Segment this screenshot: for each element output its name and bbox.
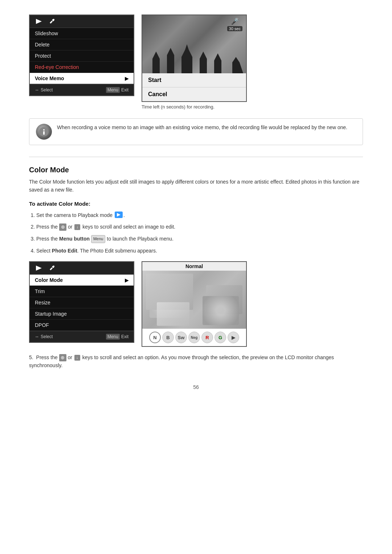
select-hint-2: ↔ Select [35, 334, 53, 340]
start-button[interactable]: Start [142, 73, 246, 87]
info-box: When recording a voice memo to an image … [29, 118, 363, 145]
menu-item-dpof[interactable]: DPOF [30, 320, 134, 331]
menu-items-list: Slideshow Delete Protect Red-eye Correct… [30, 28, 134, 84]
svg-point-2 [43, 129, 45, 131]
voice-memo-section: Slideshow Delete Protect Red-eye Correct… [29, 15, 363, 110]
svg-marker-4 [117, 213, 121, 217]
menu-item-startup-image[interactable]: Startup Image [30, 308, 134, 320]
color-mode-description: The Color Mode function lets you adjust … [29, 178, 363, 194]
steps-list: Set the camera to Playback mode . Press … [29, 211, 363, 255]
select-arrows-icon-2: ↔ [35, 334, 39, 339]
cancel-button[interactable]: Cancel [142, 87, 246, 101]
voice-memo-menu-panel: Slideshow Delete Protect Red-eye Correct… [29, 15, 134, 96]
page-number: 56 [29, 384, 363, 390]
info-icon [36, 124, 52, 140]
menu-button-label[interactable]: Menu [106, 87, 120, 93]
step-3: Press the Menu button Menu to launch the… [36, 235, 363, 243]
color-mode-menu-panel: Color Mode ▶ Trim Resize Startup Image D… [29, 261, 134, 343]
svg-rect-3 [43, 131, 45, 135]
menu-item-voice-memo[interactable]: Voice Memo ▶ [30, 73, 134, 84]
menu-item-color-mode[interactable]: Color Mode ▶ [30, 275, 134, 286]
color-mode-subsection-title: To activate Color Mode: [29, 201, 363, 207]
color-mode-panels: Color Mode ▶ Trim Resize Startup Image D… [29, 261, 363, 347]
camera-preview-image: 🎤 30 sec [142, 15, 246, 73]
submenu-arrow-icon: ▶ [125, 76, 128, 81]
color-mode-title: Color Mode [29, 166, 363, 174]
info-text: When recording a voice memo to an image … [57, 124, 347, 131]
exit-hint-2: Menu Exit [106, 334, 128, 340]
scroll-down-icon-2 [74, 355, 80, 361]
menu-footer-2: ↔ Select Menu Exit [30, 331, 134, 342]
play-icon [35, 18, 43, 25]
color-option-normal[interactable]: N [149, 332, 161, 343]
menu-button-badge: Menu [91, 235, 106, 243]
step-1: Set the camera to Playback mode . [36, 211, 363, 219]
color-option-red[interactable]: R [201, 332, 213, 343]
menu-footer: ↔ Select Menu Exit [30, 84, 134, 95]
play-icon-2 [35, 265, 43, 271]
scroll-down-icon [74, 224, 80, 230]
menu-panel-header [30, 15, 134, 28]
scroll-up-icon-2: ⊕ [59, 354, 66, 361]
camera-action-buttons: Start Cancel [142, 73, 246, 101]
menu-item-redeye[interactable]: Red-eye Correction [30, 62, 134, 73]
menu-item-protect[interactable]: Protect [30, 50, 134, 62]
svg-marker-5 [36, 266, 42, 271]
camera-caption: Time left (n seconds) for recording. [142, 104, 215, 110]
color-option-green[interactable]: G [215, 332, 226, 343]
section-divider [29, 157, 363, 157]
wrench-icon-2 [49, 265, 55, 271]
color-preview-panel: Normal N B Sw Neg R G ▶ [142, 261, 247, 347]
camera-preview-panel: 🎤 30 sec Start Cancel [142, 15, 247, 102]
microphone-icon: 🎤 [231, 17, 239, 25]
exit-hint: Menu Exit [106, 87, 128, 93]
menu-panel2-header [30, 262, 134, 275]
time-remaining-badge: 30 sec [227, 26, 242, 31]
scroll-up-icon: ⊕ [59, 223, 66, 231]
color-mode-arrow-icon: ▶ [125, 278, 128, 283]
menu-button-label-2[interactable]: Menu [106, 334, 120, 340]
wrench-icon [49, 18, 55, 25]
menu-item-trim[interactable]: Trim [30, 286, 134, 297]
svg-marker-0 [36, 19, 42, 24]
step-2: Press the ⊕ or keys to scroll and select… [36, 223, 363, 231]
step-4: Select Photo Edit. The Photo Edit submen… [36, 247, 363, 255]
color-mode-section: Color Mode The Color Mode function lets … [29, 166, 363, 370]
recording-info: 🎤 30 sec [227, 17, 242, 31]
color-option-bw[interactable]: B [162, 332, 174, 343]
playback-mode-icon [115, 212, 123, 218]
color-option-more[interactable]: ▶ [228, 332, 239, 343]
color-preview-image [142, 271, 246, 329]
color-mode-menu-items: Color Mode ▶ Trim Resize Startup Image D… [30, 275, 134, 331]
menu-item-resize[interactable]: Resize [30, 297, 134, 308]
color-mode-options-bar: N B Sw Neg R G ▶ [142, 329, 246, 346]
color-option-sepia[interactable]: Sw [175, 332, 187, 343]
color-mode-preview-header: Normal [142, 262, 246, 271]
step-5: 5. Press the ⊕ or keys to scroll and sel… [29, 353, 363, 370]
select-arrows-icon: ↔ [35, 87, 39, 93]
select-hint: ↔ Select [35, 87, 53, 93]
color-option-negative[interactable]: Neg [188, 332, 200, 343]
menu-item-slideshow[interactable]: Slideshow [30, 28, 134, 39]
menu-item-delete[interactable]: Delete [30, 39, 134, 50]
